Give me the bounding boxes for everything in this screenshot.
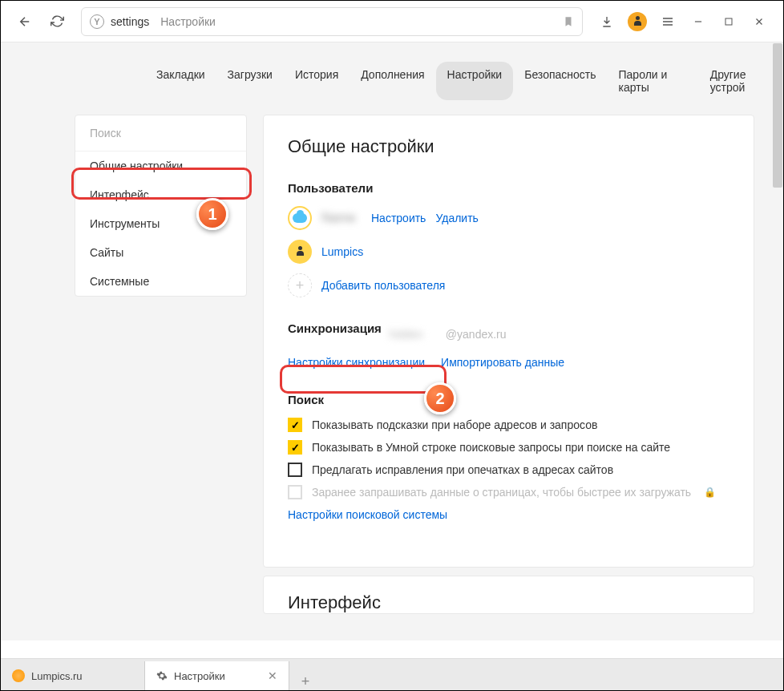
sync-settings-link[interactable]: Настройки синхронизации xyxy=(288,356,425,369)
bottom-tab-bar: Lumpics.ru Настройки ✕ + xyxy=(1,658,783,690)
interface-panel: Интерфейс xyxy=(263,576,754,614)
address-bar[interactable]: Y settings Настройки xyxy=(81,7,583,36)
users-heading: Пользователи xyxy=(288,181,729,195)
main-grid: Поиск Общие настройки Интерфейс Инструме… xyxy=(1,100,783,614)
callout-1: 1 xyxy=(196,198,228,230)
avatar-lumpics xyxy=(288,240,312,264)
sidebar-search[interactable]: Поиск xyxy=(75,115,246,152)
minimize-icon xyxy=(693,16,704,27)
add-user-icon[interactable]: + xyxy=(288,273,312,297)
bottom-tab-lumpics[interactable]: Lumpics.ru xyxy=(1,661,145,690)
bottom-tab-1-label: Lumpics.ru xyxy=(31,670,83,682)
download-icon xyxy=(600,15,613,28)
address-title: Настройки xyxy=(160,15,216,28)
checkbox-row-3[interactable]: Предлагать исправления при опечатках в а… xyxy=(288,463,729,477)
checkbox-label-2: Показывать в Умной строке поисковые запр… xyxy=(312,441,670,454)
next-panel-title: Интерфейс xyxy=(288,592,729,613)
sidebar-item-general[interactable]: Общие настройки xyxy=(75,152,246,180)
tab-other-devices[interactable]: Другие устрой xyxy=(699,62,783,100)
toolbar-right xyxy=(592,7,774,36)
svg-rect-0 xyxy=(725,18,732,25)
back-button[interactable] xyxy=(10,7,39,36)
checkbox-2[interactable] xyxy=(288,440,302,455)
sync-email-domain: @yandex.ru xyxy=(446,328,507,341)
reload-button[interactable] xyxy=(42,7,71,36)
import-data-link[interactable]: Импортировать данные xyxy=(441,356,564,369)
maximize-button[interactable] xyxy=(714,7,743,36)
tab-security[interactable]: Безопасность xyxy=(513,62,607,100)
content-area: Закладки Загрузки История Дополнения Нас… xyxy=(1,42,783,640)
panel-title: Общие настройки xyxy=(288,136,729,157)
search-heading: Поиск xyxy=(288,393,729,406)
arrow-left-icon xyxy=(18,14,32,29)
settings-panel: Общие настройки Пользователи Name Настро… xyxy=(263,115,754,568)
close-button[interactable] xyxy=(745,7,774,36)
bookmark-icon[interactable] xyxy=(563,16,574,27)
checkbox-4 xyxy=(288,485,302,499)
sync-section: Синхронизация hidden @yandex.ru Настройк… xyxy=(288,321,729,369)
sync-heading: Синхронизация xyxy=(288,321,382,335)
minimize-button[interactable] xyxy=(684,7,713,36)
search-engine-link[interactable]: Настройки поисковой системы xyxy=(288,508,447,521)
scrollbar-thumb[interactable] xyxy=(773,43,782,188)
browser-toolbar: Y settings Настройки xyxy=(1,1,783,42)
lumpics-favicon-icon xyxy=(12,669,25,682)
sidebar-item-sites[interactable]: Сайты xyxy=(75,238,246,267)
checkbox-row-1[interactable]: Показывать подсказки при наборе адресов … xyxy=(288,418,729,432)
profile-icon xyxy=(628,12,647,31)
new-tab-button[interactable]: + xyxy=(289,673,321,690)
checkbox-label-4: Заранее запрашивать данные о страницах, … xyxy=(312,486,691,499)
user1-name-hidden: Name xyxy=(321,211,362,225)
scrollbar-track[interactable] xyxy=(772,42,783,640)
user-row-2: Lumpics xyxy=(288,240,729,264)
reload-icon xyxy=(51,14,64,28)
lock-icon: 🔒 xyxy=(704,487,716,498)
callout-2: 2 xyxy=(424,382,456,414)
checkbox-label-1: Показывать подсказки при наборе адресов … xyxy=(312,418,597,431)
tab-close-button[interactable]: ✕ xyxy=(268,669,277,682)
menu-icon xyxy=(661,15,674,28)
tab-passwords[interactable]: Пароли и карты xyxy=(608,62,699,100)
add-user-link[interactable]: Добавить пользователя xyxy=(321,279,445,292)
checkbox-row-2[interactable]: Показывать в Умной строке поисковые запр… xyxy=(288,440,729,455)
tab-settings[interactable]: Настройки xyxy=(436,62,514,100)
close-icon xyxy=(754,16,765,27)
bottom-tab-2-label: Настройки xyxy=(174,670,225,682)
yandex-icon: Y xyxy=(90,14,104,29)
user1-configure-link[interactable]: Настроить xyxy=(371,212,426,224)
user2-name-link[interactable]: Lumpics xyxy=(321,245,363,258)
menu-button[interactable] xyxy=(653,7,682,36)
sync-email-hidden: hidden xyxy=(390,328,438,341)
settings-tabs: Закладки Загрузки История Дополнения Нас… xyxy=(1,42,783,100)
avatar-cloud xyxy=(288,206,312,230)
tab-downloads[interactable]: Загрузки xyxy=(216,62,284,100)
search-section: Поиск Показывать подсказки при наборе ад… xyxy=(288,393,729,522)
sidebar-item-system[interactable]: Системные xyxy=(75,267,246,296)
checkbox-1[interactable] xyxy=(288,418,302,432)
bottom-tab-settings[interactable]: Настройки ✕ xyxy=(145,661,289,690)
user1-delete-link[interactable]: Удалить xyxy=(435,212,478,224)
profile-button[interactable] xyxy=(623,7,652,36)
users-section: Пользователи Name Настроить Удалить Lump… xyxy=(288,181,729,297)
add-user-row: + Добавить пользователя xyxy=(288,273,729,297)
tab-bookmarks[interactable]: Закладки xyxy=(145,62,216,100)
user-row-1: Name Настроить Удалить xyxy=(288,206,729,230)
downloads-button[interactable] xyxy=(592,7,621,36)
checkbox-3[interactable] xyxy=(288,463,302,477)
gear-icon xyxy=(156,670,168,681)
address-page: settings xyxy=(111,15,149,28)
maximize-icon xyxy=(724,17,733,26)
checkbox-row-4: Заранее запрашивать данные о страницах, … xyxy=(288,485,729,499)
checkbox-label-3: Предлагать исправления при опечатках в а… xyxy=(312,463,613,476)
tab-history[interactable]: История xyxy=(284,62,350,100)
tab-addons[interactable]: Дополнения xyxy=(350,62,435,100)
